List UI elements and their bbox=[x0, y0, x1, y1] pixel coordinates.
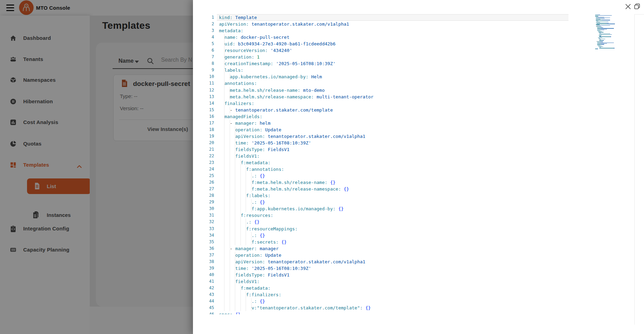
line-number: 3 bbox=[193, 27, 214, 34]
line-number: 27 bbox=[193, 186, 214, 192]
line-number: 8 bbox=[193, 60, 214, 67]
code-line: 21 fieldsType: FieldsV1 bbox=[193, 146, 644, 153]
minimap-line bbox=[595, 35, 617, 35]
minimap-line bbox=[595, 34, 617, 34]
minimap-line bbox=[595, 36, 617, 37]
minimap-line bbox=[595, 18, 617, 18]
minimap-line bbox=[595, 24, 617, 25]
line-number: 24 bbox=[193, 166, 214, 173]
line-number: 7 bbox=[193, 54, 214, 60]
code-line: 42 f:metadata: bbox=[193, 285, 644, 291]
line-number: 43 bbox=[193, 291, 214, 298]
code-text: finalizers: bbox=[219, 100, 254, 107]
minimap-line bbox=[595, 21, 617, 21]
line-number: 10 bbox=[193, 73, 214, 80]
copy-icon[interactable] bbox=[634, 3, 641, 10]
line-number: 30 bbox=[193, 205, 214, 212]
line-number: 16 bbox=[193, 113, 214, 120]
code-line: 11 annotations: bbox=[193, 80, 644, 87]
scrollbar-divider bbox=[634, 14, 635, 325]
minimap-line bbox=[595, 29, 617, 29]
minimap-line bbox=[595, 17, 617, 17]
line-number: 37 bbox=[193, 252, 214, 258]
code-text: uid: b3c04934-27e3-4920-ba61-f1cdeedd42b… bbox=[219, 41, 336, 47]
code-text: f:secrets: {} bbox=[219, 239, 287, 245]
code-text: time: '2025-05-16T08:10:39Z' bbox=[219, 140, 311, 146]
minimap-line bbox=[595, 33, 617, 33]
code-line: 36 - manager: manager bbox=[193, 245, 644, 252]
code-line: 3metadata: bbox=[193, 27, 644, 34]
code-line: 38 apiVersion: tenantoperator.stakater.c… bbox=[193, 258, 644, 265]
line-number: 32 bbox=[193, 219, 214, 225]
close-icon[interactable] bbox=[625, 3, 632, 10]
code-text: .: {} bbox=[219, 173, 265, 179]
code-text: f:finalizers: bbox=[219, 291, 281, 298]
line-number: 35 bbox=[193, 239, 214, 245]
code-text: kind: Template bbox=[219, 14, 257, 21]
code-text: v:"tenantoperator.stakater.com/template"… bbox=[219, 305, 371, 311]
minimap-line bbox=[595, 48, 617, 48]
code-text: apiVersion: tenantoperator.stakater.com/… bbox=[219, 21, 349, 27]
code-line: 18 operation: Update bbox=[193, 126, 644, 133]
code-line: 2apiVersion: tenantoperator.stakater.com… bbox=[193, 21, 644, 27]
code-text: fieldsType: FieldsV1 bbox=[219, 146, 290, 153]
line-number: 33 bbox=[193, 226, 214, 232]
line-number: 17 bbox=[193, 120, 214, 126]
line-number: 11 bbox=[193, 80, 214, 87]
code-line: 25 .: {} bbox=[193, 173, 644, 179]
line-number: 6 bbox=[193, 47, 214, 54]
line-number: 14 bbox=[193, 100, 214, 107]
line-number: 36 bbox=[193, 245, 214, 252]
minimap-line bbox=[595, 28, 617, 28]
minimap-line bbox=[595, 25, 617, 26]
code-text: app.kubernetes.io/managed-by: Helm bbox=[219, 73, 322, 80]
code-line: 41 fieldsV1: bbox=[193, 278, 644, 285]
line-number: 34 bbox=[193, 232, 214, 239]
minimap-line bbox=[595, 40, 617, 41]
line-number: 46 bbox=[193, 311, 214, 314]
code-line: 22 fieldsV1: bbox=[193, 153, 644, 159]
code-line: 40 fieldsType: FieldsV1 bbox=[193, 272, 644, 278]
line-number: 5 bbox=[193, 41, 214, 47]
line-number: 42 bbox=[193, 285, 214, 291]
line-number: 18 bbox=[193, 126, 214, 133]
code-line: 9 labels: bbox=[193, 67, 644, 73]
yaml-editor[interactable]: 1kind: Template2apiVersion: tenantoperat… bbox=[193, 14, 644, 314]
line-number: 26 bbox=[193, 179, 214, 186]
code-text: spec: {} bbox=[219, 311, 241, 314]
code-line: 13 meta.helm.sh/release-namespace: multi… bbox=[193, 94, 644, 100]
minimap-line bbox=[595, 31, 617, 32]
minimap-line bbox=[595, 18, 617, 19]
minimap-line bbox=[595, 42, 617, 42]
app-root: MTO Console Dashboard Tenants Namespaces bbox=[0, 0, 644, 334]
code-line: 1kind: Template bbox=[193, 14, 644, 21]
code-text: fieldsV1: bbox=[219, 153, 259, 159]
line-number: 41 bbox=[193, 278, 214, 285]
code-text: labels: bbox=[219, 67, 243, 73]
minimap-line bbox=[595, 43, 617, 44]
editor-top-border bbox=[634, 14, 644, 15]
minimap-line bbox=[595, 47, 617, 47]
code-line: 34 .: {} bbox=[193, 232, 644, 239]
minimap-line bbox=[595, 19, 617, 19]
line-number: 22 bbox=[193, 153, 214, 159]
code-text: time: '2025-05-16T08:10:39Z' bbox=[219, 265, 311, 272]
minimap-line bbox=[595, 39, 617, 39]
code-line: 45 v:"tenantoperator.stakater.com/templa… bbox=[193, 305, 644, 311]
code-text: - manager: manager bbox=[219, 245, 279, 252]
line-number: 31 bbox=[193, 212, 214, 219]
line-number: 20 bbox=[193, 140, 214, 146]
code-line: 44 .: {} bbox=[193, 298, 644, 305]
code-text: f:app.kubernetes.io/managed-by: {} bbox=[219, 205, 344, 212]
line-number: 29 bbox=[193, 199, 214, 205]
code-line: 6 resourceVersion: '434240' bbox=[193, 47, 644, 54]
code-line: 8 creationTimestamp: '2025-05-16T08:10:3… bbox=[193, 60, 644, 67]
minimap-line bbox=[595, 22, 617, 23]
code-line: 29 .: {} bbox=[193, 199, 644, 205]
minimap-line bbox=[595, 38, 617, 38]
line-number: 1 bbox=[193, 14, 214, 21]
minimap[interactable] bbox=[595, 15, 617, 53]
code-text: f:resourceMappings: bbox=[219, 226, 298, 232]
line-number: 38 bbox=[193, 258, 214, 265]
code-text: metadata: bbox=[219, 27, 243, 34]
